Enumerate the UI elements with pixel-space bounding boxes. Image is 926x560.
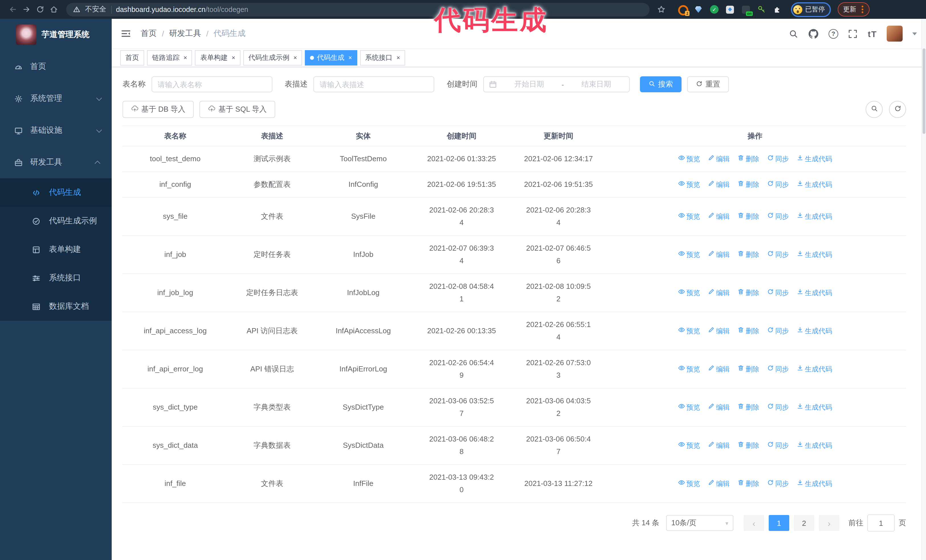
breadcrumb-item[interactable]: 研发工具 — [169, 29, 201, 39]
action-download[interactable]: 生成代码 — [796, 325, 832, 337]
action-sync[interactable]: 同步 — [767, 248, 789, 261]
hamburger-icon[interactable] — [120, 28, 132, 39]
sidebar-item[interactable]: 首页 — [0, 51, 112, 83]
sidebar-item[interactable]: 研发工具 — [0, 146, 112, 178]
action-edit[interactable]: 编辑 — [707, 248, 730, 261]
action-sync[interactable]: 同步 — [767, 152, 789, 165]
fullscreen-icon[interactable] — [848, 29, 858, 39]
action-sync[interactable]: 同步 — [767, 178, 789, 191]
tab[interactable]: 首页 — [120, 50, 144, 65]
action-download[interactable]: 生成代码 — [796, 248, 832, 261]
page-button[interactable]: 1 — [769, 515, 789, 531]
home-icon[interactable] — [49, 5, 58, 14]
refresh-table-button[interactable] — [889, 101, 906, 118]
extension-check-icon[interactable]: ✓ — [710, 5, 719, 14]
sidebar-subitem[interactable]: 代码生成示例 — [0, 207, 112, 235]
action-eye[interactable]: 预览 — [678, 477, 700, 490]
search-button[interactable]: 搜索 — [640, 76, 682, 92]
toggle-search-button[interactable] — [865, 101, 883, 118]
date-range-picker[interactable]: 开始日期 - 结束日期 — [483, 76, 630, 92]
action-eye[interactable]: 预览 — [678, 401, 700, 414]
action-eye[interactable]: 预览 — [678, 363, 700, 376]
close-icon[interactable]: × — [232, 55, 235, 61]
close-icon[interactable]: × — [183, 55, 187, 61]
action-delete[interactable]: 删除 — [737, 210, 759, 223]
kebab-menu-icon[interactable] — [861, 9, 863, 10]
extension-switch-icon[interactable]: on — [741, 5, 750, 14]
action-eye[interactable]: 预览 — [678, 287, 700, 299]
sidebar-subitem[interactable]: 系统接口 — [0, 264, 112, 292]
extension-tabs-icon[interactable] — [726, 5, 734, 14]
sidebar-item[interactable]: 系统管理 — [0, 83, 112, 115]
action-delete[interactable]: 删除 — [737, 363, 759, 376]
action-edit[interactable]: 编辑 — [707, 325, 730, 337]
action-download[interactable]: 生成代码 — [796, 439, 832, 452]
page-size-select[interactable]: 10条/页 ▾ — [666, 515, 733, 531]
action-edit[interactable]: 编辑 — [707, 287, 730, 299]
breadcrumb-item[interactable]: 首页 — [141, 29, 157, 39]
action-sync[interactable]: 同步 — [767, 363, 789, 376]
action-delete[interactable]: 删除 — [737, 178, 759, 191]
extension-key-icon[interactable] — [757, 5, 766, 14]
action-edit[interactable]: 编辑 — [707, 401, 730, 414]
import-db-button[interactable]: 基于 DB 导入 — [123, 101, 194, 118]
action-delete[interactable]: 删除 — [737, 287, 759, 299]
browser-profile-chip[interactable]: 已暂停 — [791, 2, 831, 17]
action-download[interactable]: 生成代码 — [796, 287, 832, 299]
extension-colorpicker-icon[interactable]: 1 — [678, 5, 687, 14]
prev-page-button[interactable]: ‹ — [744, 515, 764, 531]
action-edit[interactable]: 编辑 — [707, 439, 730, 452]
action-sync[interactable]: 同步 — [767, 325, 789, 337]
help-icon[interactable]: ? — [829, 29, 838, 38]
action-download[interactable]: 生成代码 — [796, 401, 832, 414]
table-name-input[interactable] — [151, 76, 272, 92]
search-icon[interactable] — [789, 29, 799, 39]
tab[interactable]: 代码生成× — [305, 50, 357, 65]
sidebar-subitem[interactable]: 数据库文档 — [0, 292, 112, 321]
action-edit[interactable]: 编辑 — [707, 210, 730, 223]
import-sql-button[interactable]: 基于 SQL 导入 — [200, 101, 275, 118]
action-delete[interactable]: 删除 — [737, 248, 759, 261]
action-eye[interactable]: 预览 — [678, 325, 700, 337]
action-sync[interactable]: 同步 — [767, 477, 789, 490]
goto-page-input[interactable] — [867, 515, 895, 531]
action-edit[interactable]: 编辑 — [707, 178, 730, 191]
chevron-down-icon[interactable] — [912, 32, 917, 35]
start-date-placeholder[interactable]: 开始日期 — [501, 79, 557, 89]
action-download[interactable]: 生成代码 — [796, 210, 832, 223]
action-download[interactable]: 生成代码 — [796, 477, 832, 490]
reset-button[interactable]: 重置 — [687, 76, 729, 92]
page-button[interactable]: 2 — [794, 515, 814, 531]
close-icon[interactable]: × — [294, 55, 297, 61]
action-download[interactable]: 生成代码 — [796, 152, 832, 165]
browser-update-button[interactable]: 更新 — [837, 2, 869, 17]
action-edit[interactable]: 编辑 — [707, 152, 730, 165]
action-eye[interactable]: 预览 — [678, 210, 700, 223]
action-delete[interactable]: 删除 — [737, 325, 759, 337]
forward-icon[interactable] — [22, 5, 31, 14]
action-eye[interactable]: 预览 — [678, 439, 700, 452]
action-sync[interactable]: 同步 — [767, 401, 789, 414]
bookmark-star-icon[interactable] — [657, 5, 666, 14]
action-edit[interactable]: 编辑 — [707, 363, 730, 376]
tab[interactable]: 代码生成示例× — [243, 50, 302, 65]
next-page-button[interactable]: › — [819, 515, 840, 531]
extension-gem-icon[interactable] — [694, 5, 703, 14]
user-avatar[interactable] — [887, 26, 903, 42]
app-logo[interactable]: 芋道管理系统 — [0, 19, 112, 51]
action-sync[interactable]: 同步 — [767, 210, 789, 223]
close-icon[interactable]: × — [348, 55, 352, 61]
extensions-puzzle-icon[interactable] — [773, 5, 782, 14]
action-delete[interactable]: 删除 — [737, 439, 759, 452]
reload-icon[interactable] — [35, 5, 44, 14]
sidebar-item[interactable]: 基础设施 — [0, 115, 112, 146]
font-size-icon[interactable]: tT — [868, 29, 877, 38]
sidebar-subitem[interactable]: 表单构建 — [0, 235, 112, 264]
action-edit[interactable]: 编辑 — [707, 477, 730, 490]
end-date-placeholder[interactable]: 结束日期 — [569, 79, 624, 89]
close-icon[interactable]: × — [396, 55, 400, 61]
tab[interactable]: 表单构建× — [195, 50, 241, 65]
tab[interactable]: 系统接口× — [360, 50, 406, 65]
action-download[interactable]: 生成代码 — [796, 363, 832, 376]
tab[interactable]: 链路追踪× — [147, 50, 192, 65]
